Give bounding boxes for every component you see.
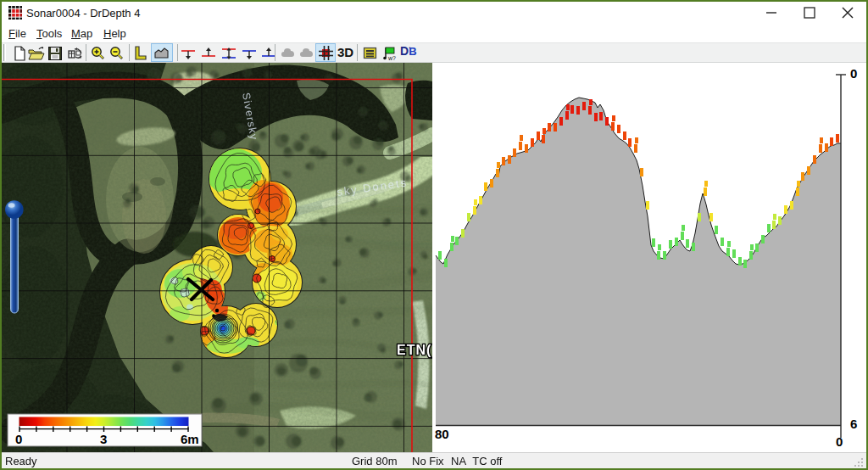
svg-text:0: 0 <box>850 66 857 81</box>
svg-text:0: 0 <box>15 432 22 446</box>
svg-text:0: 0 <box>836 434 843 449</box>
svg-text:80: 80 <box>435 427 449 441</box>
svg-text:3: 3 <box>100 432 107 446</box>
svg-text:6: 6 <box>850 417 857 431</box>
svg-text:w?: w? <box>387 55 396 61</box>
svg-text:ETN(: ETN( <box>397 343 431 357</box>
svg-text:6m: 6m <box>181 432 199 446</box>
